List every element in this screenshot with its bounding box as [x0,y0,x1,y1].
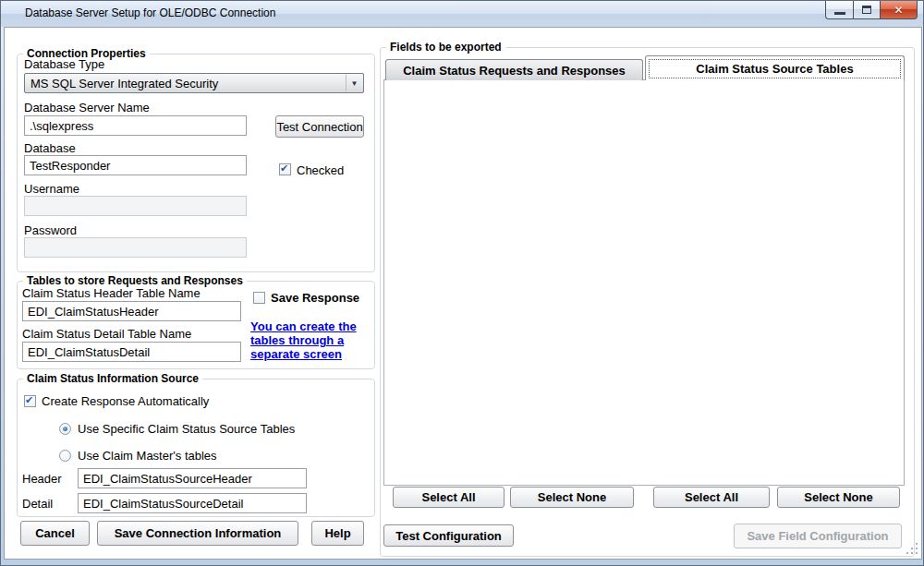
server-name-input[interactable] [24,115,247,136]
create-tables-link[interactable]: You can create the tables through a sepa… [250,319,372,361]
minimize-icon [834,12,845,15]
header-select-all-button[interactable]: Select All [393,487,505,508]
claim-status-header-table-label: Claim Status Header Table Name [22,286,201,300]
use-specific-tables-radio[interactable] [59,423,71,435]
password-input[interactable] [24,237,247,258]
close-button[interactable]: ✕ [881,1,918,19]
username-input[interactable] [24,196,247,216]
checked-label: Checked [297,163,344,177]
maximize-icon [862,6,871,14]
use-claim-master-radio[interactable] [59,450,71,462]
chevron-down-icon: ▼ [346,75,362,91]
tab-claim-status-source-tables[interactable]: Claim Status Source Tables [645,55,905,80]
help-button[interactable]: Help [311,521,364,546]
source-header-label: Header [22,472,62,486]
cancel-button[interactable]: Cancel [20,521,90,546]
test-connection-button[interactable]: Test Connection [275,115,364,138]
claim-status-detail-table-input[interactable] [22,342,241,362]
source-group-title: Claim Status Information Source [23,372,202,385]
save-response-label: Save Response [271,291,359,305]
use-specific-tables-label: Use Specific Claim Status Source Tables [78,422,295,436]
detail-select-all-button[interactable]: Select All [653,487,770,508]
database-label: Database [24,141,76,155]
save-response-checkbox[interactable] [253,292,265,304]
claim-status-detail-table-label: Claim Status Detail Table Name [22,327,191,341]
minimize-button[interactable] [825,1,853,19]
tab-focus-rect [649,59,901,78]
checked-checkbox[interactable] [279,163,291,175]
close-icon: ✕ [894,5,903,16]
source-header-input[interactable] [78,468,307,488]
database-input[interactable] [24,155,247,175]
database-type-value: MS SQL Server Integrated Security [30,77,218,90]
username-label: Username [24,182,79,196]
tables-group-title: Tables to store Requests and Responses [23,274,247,287]
tab-claim-status-requests[interactable]: Claim Status Requests and Responses [385,59,643,80]
create-response-label: Create Response Automatically [42,394,209,408]
source-detail-input[interactable] [78,493,307,513]
password-label: Password [24,223,77,237]
window-controls: ✕ [825,1,918,19]
resize-grip[interactable] [906,543,918,555]
save-field-configuration-button[interactable]: Save Field Configuration [734,524,902,548]
maximize-button[interactable] [853,1,881,19]
fields-exported-title: Fields to be exported [386,41,505,54]
detail-select-none-button[interactable]: Select None [777,487,900,508]
save-connection-button[interactable]: Save Connection Information [97,521,298,546]
source-detail-label: Detail [22,497,53,511]
database-type-label: Database Type [24,57,104,71]
dialog-window: Database Server Setup for OLE/ODBC Conne… [0,0,924,566]
dialog-client-area: Connection Properties Database Type MS S… [4,27,922,560]
server-name-label: Database Server Name [24,101,150,114]
window-title: Database Server Setup for OLE/ODBC Conne… [25,6,275,19]
create-response-checkbox[interactable] [24,395,36,407]
database-type-select[interactable]: MS SQL Server Integrated Security ▼ [24,73,364,93]
tab-label: Claim Status Requests and Responses [403,64,626,78]
header-select-none-button[interactable]: Select None [510,487,634,508]
test-configuration-button[interactable]: Test Configuration [383,524,514,547]
title-bar[interactable]: Database Server Setup for OLE/ODBC Conne… [1,1,923,27]
claim-status-header-table-input[interactable] [22,301,241,321]
tab-panel [383,79,905,486]
use-claim-master-label: Use Claim Master's tables [78,449,217,463]
